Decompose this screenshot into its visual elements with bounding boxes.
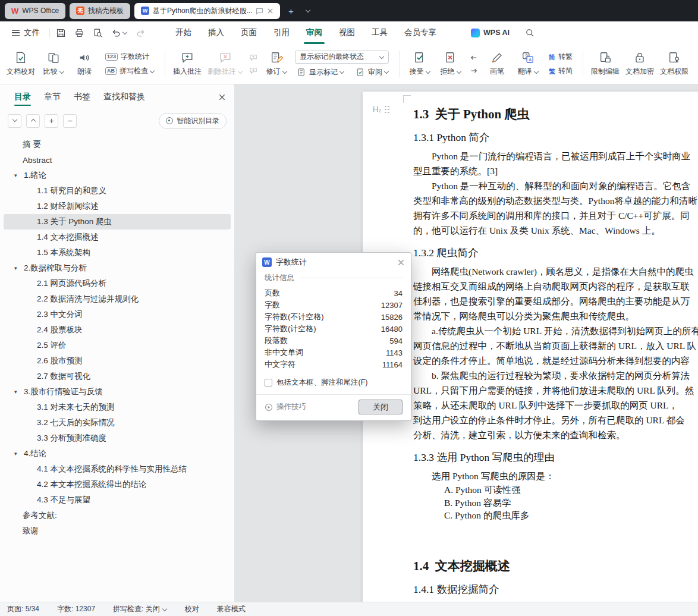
- doc-permission-button[interactable]: 文档权限: [657, 47, 691, 81]
- proofread-button[interactable]: 校对: [185, 604, 199, 614]
- tab-wps-home[interactable]: W WPS Office: [5, 3, 65, 19]
- tab-document[interactable]: W 基于Python爬虫的新浪财经股...: [134, 3, 280, 19]
- save-button[interactable]: [56, 28, 66, 38]
- outline-item[interactable]: 2.1 网页源代码分析: [4, 276, 231, 291]
- outline-item[interactable]: 1.3 关于 Python 爬虫: [4, 214, 231, 230]
- pane-tab[interactable]: 章节: [38, 84, 67, 109]
- to-traditional-button[interactable]: 简 转繁: [546, 51, 575, 62]
- compat-mode-indicator[interactable]: 兼容模式: [217, 604, 246, 614]
- outline-item[interactable]: 2.4 股票板块: [4, 322, 231, 338]
- prev-change-button[interactable]: [468, 53, 480, 62]
- markup-state-select[interactable]: 显示标记的最终状态: [295, 51, 389, 64]
- close-pane-icon[interactable]: [218, 93, 226, 101]
- outline-item[interactable]: 1.5 本系统架构: [4, 245, 231, 260]
- outline-item[interactable]: 4.1 本文本挖掘系统的科学性与实用性总结: [4, 461, 231, 477]
- outline-item[interactable]: 参考文献:: [4, 508, 231, 523]
- spell-check-button[interactable]: AB 拼写检查: [103, 65, 157, 77]
- close-dialog-button[interactable]: 关闭: [359, 400, 403, 414]
- heading-level-handle[interactable]: H₂: [373, 105, 389, 114]
- restrict-edit-button[interactable]: 限制编辑: [588, 47, 622, 81]
- pen-button[interactable]: 画笔: [482, 47, 513, 81]
- track-changes-button[interactable]: 修订: [261, 47, 292, 81]
- outline-expand-arrow[interactable]: ▾: [14, 172, 24, 178]
- outline-item[interactable]: 致谢: [4, 523, 231, 539]
- menu-tab[interactable]: 开始: [167, 21, 200, 44]
- doc-proofing-button[interactable]: 文档校对: [4, 47, 38, 81]
- outline-item[interactable]: 3.2 七天后的实际情况: [4, 415, 231, 430]
- outline-item[interactable]: ▾ 1.绪论: [4, 168, 231, 183]
- word-count-button[interactable]: 123 字数统计: [103, 51, 157, 62]
- collapse-all-button[interactable]: [26, 114, 40, 128]
- include-footnotes-checkbox[interactable]: 包括文本框、脚注和尾注(F): [265, 378, 403, 388]
- expand-level-button[interactable]: +: [45, 114, 58, 128]
- menu-tab[interactable]: 会员专享: [396, 21, 445, 44]
- outline-item[interactable]: 2.2 数据清洗与过滤并规则化: [4, 291, 231, 307]
- prev-comment-button[interactable]: [247, 53, 259, 62]
- outline-item[interactable]: 1.1 研究目的和意义: [4, 183, 231, 199]
- print-preview-button[interactable]: [93, 28, 103, 38]
- menu-tab[interactable]: 引用: [265, 21, 298, 44]
- outline-item[interactable]: 2.3 中文分词: [4, 307, 231, 322]
- document-tab-label: 基于Python爬虫的新浪财经股...: [153, 6, 252, 16]
- reject-button[interactable]: 拒绝: [435, 47, 466, 81]
- outline-item[interactable]: 2.5 评价: [4, 338, 231, 353]
- collapse-level-button[interactable]: −: [63, 114, 77, 128]
- close-tab-icon[interactable]: [267, 8, 273, 14]
- new-tab-button[interactable]: +: [284, 4, 297, 17]
- tips-link[interactable]: 操作技巧: [265, 402, 306, 412]
- document-page[interactable]: H₂ 1.3 关于 Python 爬虫1.3.1 Python 简介Python…: [363, 92, 698, 602]
- word-count-indicator[interactable]: 字数: 12307: [57, 604, 95, 614]
- tab-template-site[interactable]: 壳 找稿壳模板: [70, 3, 130, 19]
- tab-list-chevron-icon[interactable]: [301, 4, 315, 17]
- compare-button[interactable]: 比较: [38, 47, 69, 81]
- undo-button[interactable]: [111, 28, 127, 38]
- outline-item[interactable]: Abstract: [4, 152, 231, 168]
- outline-expand-arrow[interactable]: ▾: [14, 389, 24, 395]
- outline-item[interactable]: 摘 要: [4, 137, 231, 152]
- delete-comment-button[interactable]: 删除批注: [205, 47, 246, 81]
- menu-tab[interactable]: 页面: [232, 21, 265, 44]
- spellcheck-toggle[interactable]: 拼写检查: 关闭: [113, 604, 167, 614]
- accept-button[interactable]: 接受: [404, 47, 435, 81]
- outline-item[interactable]: 1.2 财经新闻综述: [4, 199, 231, 214]
- outline-item[interactable]: 4.3 不足与展望: [4, 492, 231, 508]
- dialog-close-icon[interactable]: [397, 259, 405, 266]
- menu-tab[interactable]: 插入: [200, 21, 232, 44]
- translate-button[interactable]: 文A 翻译: [513, 47, 543, 81]
- outline-expand-arrow[interactable]: ▾: [14, 265, 24, 271]
- dialog-titlebar[interactable]: W 字数统计: [256, 253, 411, 272]
- page-indicator[interactable]: 页面: 5/34: [7, 604, 39, 614]
- insert-comment-button[interactable]: 插入批注: [170, 47, 205, 81]
- outline-item[interactable]: 1.4 文本挖掘概述: [4, 230, 231, 245]
- search-button[interactable]: [525, 28, 534, 37]
- read-aloud-button[interactable]: 朗读: [69, 47, 100, 81]
- menu-tab[interactable]: 审阅: [298, 21, 331, 44]
- expand-all-button[interactable]: [8, 114, 21, 128]
- next-change-button[interactable]: [468, 66, 480, 76]
- checkbox[interactable]: [265, 379, 272, 386]
- encrypt-button[interactable]: 文档加密: [622, 47, 657, 81]
- menu-tab[interactable]: 视图: [331, 21, 363, 44]
- redo-button[interactable]: [136, 28, 146, 38]
- pane-tab[interactable]: 查找和替换: [98, 84, 151, 109]
- print-button[interactable]: [74, 28, 84, 38]
- pane-tab[interactable]: 目录: [8, 84, 37, 109]
- smart-toc-button[interactable]: 智能识别目录: [159, 113, 227, 129]
- review-menu-button[interactable]: 审阅: [354, 67, 391, 78]
- wps-ai-button[interactable]: WPS AI: [471, 29, 510, 37]
- outline-item[interactable]: 3.3 分析预测准确度: [4, 430, 231, 446]
- show-markup-button[interactable]: 显示标记: [295, 67, 347, 78]
- to-simplified-button[interactable]: 繁 转简: [546, 65, 575, 77]
- outline-item[interactable]: 2.7 数据可视化: [4, 369, 231, 384]
- outline-expand-arrow[interactable]: ▾: [14, 451, 24, 457]
- outline-item[interactable]: 4.2 本文本挖掘系统得出的结论: [4, 477, 231, 492]
- menu-tab[interactable]: 工具: [363, 21, 396, 44]
- file-menu-button[interactable]: 文件: [7, 27, 45, 38]
- outline-item[interactable]: ▾ 2.数据榨取与分析: [4, 260, 231, 276]
- outline-item[interactable]: 2.6 股市预测: [4, 353, 231, 369]
- outline-item[interactable]: 3.1 对未来七天的预测: [4, 400, 231, 415]
- pane-tab[interactable]: 书签: [68, 84, 96, 109]
- next-comment-button[interactable]: [247, 66, 259, 76]
- outline-item[interactable]: ▾ 3.股市行情验证与反馈: [4, 384, 231, 400]
- outline-item[interactable]: ▾ 4.结论: [4, 446, 231, 461]
